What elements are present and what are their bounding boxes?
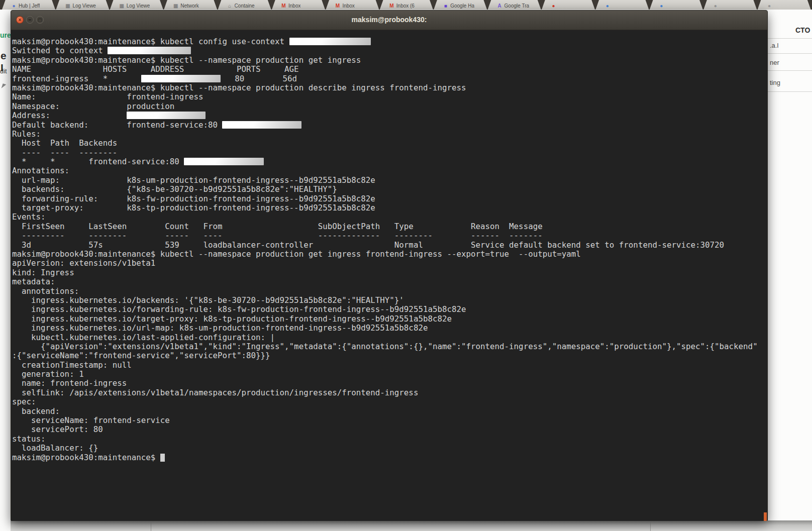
terminal-text: serviceName: frontend-service	[12, 415, 170, 425]
tab-label: Google Tra	[504, 3, 529, 9]
circle-favicon: ●	[604, 3, 610, 9]
terminal-text: kubectl.kubernetes.io/last-applied-confi…	[12, 333, 275, 342]
window-title: maksim@probook430:	[11, 16, 767, 24]
mouse-cursor-icon	[2, 83, 7, 89]
terminal-line: maksim@probook430:maintenance$ kubectl -…	[12, 56, 767, 65]
terminal-line: serviceName: frontend-service	[12, 416, 767, 425]
right-page-edge: CTO .a.l ner ting	[768, 10, 812, 531]
terminal-text: forwarding-rule: k8s-fw-production-front…	[12, 194, 375, 203]
tab-label: Log Viewe	[72, 3, 96, 9]
divider	[151, 520, 151, 531]
circle-favicon: ●	[767, 3, 772, 9]
terminal-window: × − □ maksim@probook430: maksim@probook4…	[11, 10, 768, 520]
circle-favicon: ●	[659, 3, 664, 9]
grid-favicon: ▦	[65, 3, 70, 9]
redaction-box	[141, 75, 221, 82]
tab-label: Inbox	[288, 3, 300, 9]
terminal-line: Namespace: production	[12, 102, 767, 111]
grid-favicon: ▦	[173, 3, 178, 9]
browser-tab[interactable]: ●Hub | Jeff	[2, 0, 55, 10]
terminal-line: Events:	[12, 213, 767, 222]
gmail-favicon: M	[389, 3, 394, 9]
terminal-line: servicePort: 80	[12, 425, 767, 434]
redaction-box	[222, 121, 301, 129]
terminal-line: target-proxy: k8s-tp-production-frontend…	[12, 203, 767, 213]
browser-tab[interactable]: ▦Log Viewe	[110, 0, 163, 10]
terminal-output: maksim@probook430:maintenance$ kubectl c…	[12, 37, 767, 462]
divider	[768, 53, 812, 54]
browser-tab[interactable]: AGoogle Tra	[488, 0, 541, 10]
browser-tab[interactable]: ●	[595, 0, 649, 10]
terminal-text: Name: frontend-ingress	[12, 92, 203, 101]
browser-tab[interactable]: ●	[758, 0, 811, 10]
browser-tab[interactable]: MInbox	[326, 0, 379, 10]
divider	[768, 70, 812, 71]
terminal-text: metadata:	[12, 277, 55, 286]
terminal-line: maksim@probook430:maintenance$ kubectl -…	[12, 250, 767, 259]
divider	[768, 38, 812, 39]
terminal-text: apiVersion: extensions/v1beta1	[12, 258, 155, 268]
terminal-line: name: frontend-ingress	[12, 379, 767, 388]
terminal-line: Annotations:	[12, 166, 767, 175]
right-edge-text-fragment: CTO	[795, 26, 810, 34]
terminal-text: generation: 1	[12, 369, 84, 379]
tab-label: Containe	[235, 3, 255, 9]
left-edge-text-fragment: ure	[0, 31, 11, 39]
terminal-text: creationTimestamp: null	[12, 360, 132, 370]
browser-tab[interactable]: ●	[703, 0, 757, 10]
browser-tab[interactable]: ⌂Containe	[218, 0, 271, 10]
terminal-text: target-proxy: k8s-tp-production-frontend…	[12, 203, 375, 213]
terminal-text: url-map: k8s-um-production-frontend-ingr…	[12, 175, 375, 185]
browser-tab[interactable]: ■Google Ha	[434, 0, 487, 10]
terminal-titlebar[interactable]: × − □ maksim@probook430:	[11, 11, 767, 30]
terminal-text: spec:	[12, 397, 36, 406]
tab-label: Network	[180, 3, 199, 9]
terminal-line: Rules:	[12, 130, 767, 139]
browser-tab[interactable]: MInbox (6	[380, 0, 433, 10]
terminal-line: spec:	[12, 397, 767, 406]
terminal-line: ingress.kubernetes.io/forwarding-rule: k…	[12, 305, 767, 314]
terminal-line: Name: frontend-ingress	[12, 92, 767, 101]
terminal-line: ingress.kubernetes.io/target-proxy: k8s-…	[12, 314, 767, 324]
terminal-text: annotations:	[12, 286, 79, 296]
browser-tab[interactable]: ●	[650, 0, 703, 10]
browser-tab[interactable]: ●	[542, 0, 595, 10]
terminal-text: :{"serviceName":"frontend-service","serv…	[12, 351, 270, 360]
left-edge-link-fragment: dit	[0, 67, 7, 75]
terminal-line: apiVersion: extensions/v1beta1	[12, 259, 767, 268]
terminal-line: status:	[12, 435, 767, 444]
terminal-line: kubectl.kubernetes.io/last-applied-confi…	[12, 333, 767, 342]
terminal-text: {"apiVersion":"extensions/v1beta1","kind…	[12, 342, 758, 351]
scroll-indicator[interactable]	[764, 512, 767, 521]
screen: ure e I dit CTO .a.l ner ting ●Hub | Jef…	[0, 0, 812, 531]
browser-tab[interactable]: MInbox	[272, 0, 325, 10]
terminal-text: Default backend: frontend-service:80	[12, 120, 222, 130]
square-favicon: ■	[443, 3, 448, 9]
terminal-line: generation: 1	[12, 370, 767, 379]
terminal-text: --------- -------- ----- ---- ----------…	[12, 231, 543, 240]
terminal-text: maksim@probook430:maintenance$ kubectl -…	[12, 55, 361, 65]
terminal-line: NAME HOSTS ADDRESS PORTS AGE	[12, 65, 767, 74]
terminal-text: ingress.kubernetes.io/backends: '{"k8s-b…	[12, 295, 404, 305]
terminal-text: Rules:	[12, 129, 41, 139]
terminal-body[interactable]: maksim@probook430:maintenance$ kubectl c…	[11, 30, 767, 521]
browser-tab-strip: ●Hub | Jeff▦Log Viewe▦Log Viewe▦Network⌂…	[0, 0, 812, 10]
terminal-line: ---- ---- --------	[12, 148, 767, 157]
browser-tab[interactable]: ▦Log Viewe	[56, 0, 109, 10]
terminal-text: backend:	[12, 406, 60, 416]
terminal-line: maksim@probook430:maintenance$ kubectl -…	[12, 83, 767, 92]
terminal-text: maksim@probook430:maintenance$ kubectl -…	[12, 249, 581, 259]
terminal-line: {"apiVersion":"extensions/v1beta1","kind…	[12, 342, 767, 351]
terminal-line: ingress.kubernetes.io/backends: '{"k8s-b…	[12, 296, 767, 305]
terminal-line: maksim@probook430:maintenance$ kubectl c…	[12, 37, 767, 46]
terminal-line: 3d 57s 539 loadbalancer-controller Norma…	[12, 241, 767, 250]
terminal-text: selfLink: /apis/extensions/v1beta1/names…	[12, 388, 418, 397]
grid-favicon: ▦	[119, 3, 125, 9]
terminal-line: maksim@probook430:maintenance$	[12, 453, 767, 462]
terminal-text: ingress.kubernetes.io/url-map: k8s-um-pr…	[12, 323, 428, 333]
terminal-text: maksim@probook430:maintenance$ kubectl c…	[12, 37, 289, 46]
browser-tab[interactable]: ▦Network	[164, 0, 217, 10]
terminal-line: backends: {"k8s-be-30720--b9d92551a5b8c8…	[12, 185, 767, 194]
terminal-text: servicePort: 80	[12, 424, 103, 434]
terminal-text: ingress.kubernetes.io/target-proxy: k8s-…	[12, 314, 452, 324]
